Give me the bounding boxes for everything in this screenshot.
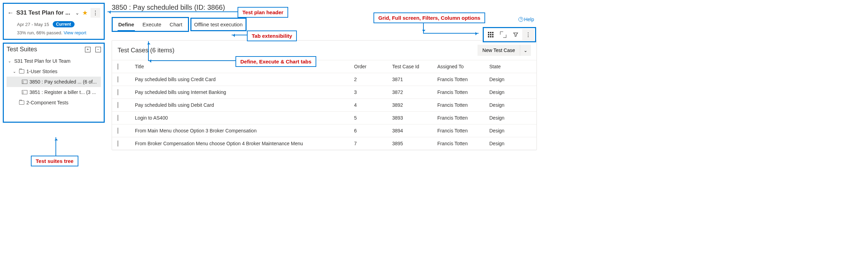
suite-title: 3850 : Pay scheduled bills (ID: 3866) — [112, 3, 537, 11]
test-cases-card: Test Cases (6 items) New Test Case ⌄ Tit… — [112, 40, 537, 150]
collapse-suite-icon[interactable]: − — [95, 47, 101, 52]
annotation-tabs: Define, Execute & Chart tabs — [235, 56, 316, 67]
view-toolbar: ⋮ — [483, 27, 536, 42]
tree-root-label: S31 Test Plan for UI Team — [14, 58, 70, 64]
annotation-tree: Test suites tree — [31, 156, 78, 166]
requirement-suite-icon — [22, 90, 27, 94]
table-row[interactable]: Pay scheduled bills using Credit Card238… — [112, 73, 536, 86]
cell-state: Design — [489, 77, 531, 82]
folder-icon — [19, 69, 24, 73]
back-arrow-icon[interactable]: ← — [7, 9, 14, 17]
cell-state: Design — [489, 102, 531, 108]
table-row[interactable]: Login to AS40053893Francis TottenDesign — [112, 111, 536, 124]
row-checkbox[interactable] — [118, 102, 118, 108]
tree-label: 2-Component Tests — [26, 100, 68, 105]
cell-assigned: Francis Totten — [437, 115, 489, 121]
cell-order: 4 — [354, 102, 392, 108]
row-checkbox[interactable] — [118, 89, 118, 95]
view-report-link[interactable]: View report — [63, 30, 86, 35]
cell-assigned: Francis Totten — [437, 77, 489, 82]
plan-date-range: Apr 27 - May 15 — [17, 22, 49, 27]
cell-tcid: 3872 — [392, 89, 437, 95]
chevron-down-icon[interactable]: ⌄ — [75, 10, 79, 16]
cell-order: 3 — [354, 89, 392, 95]
cell-title: Pay scheduled bills using Internet Banki… — [135, 89, 354, 95]
cell-tcid: 3895 — [392, 141, 437, 146]
tree-label: 3851 : Register a biller t... (3 ... — [29, 89, 96, 95]
cell-tcid: 3871 — [392, 77, 437, 82]
annotation-tab-ext: Tab extensibility — [247, 31, 297, 41]
new-test-case-dropdown[interactable]: ⌄ — [520, 45, 531, 56]
requirement-suite-icon — [22, 80, 27, 84]
row-checkbox[interactable] — [118, 76, 118, 82]
current-badge: Current — [53, 21, 75, 27]
help-icon: ? — [518, 17, 523, 22]
col-order[interactable]: Order — [354, 64, 392, 69]
filter-button[interactable] — [510, 29, 522, 40]
cell-state: Design — [489, 141, 531, 146]
cell-assigned: Francis Totten — [437, 89, 489, 95]
row-checkbox[interactable] — [118, 128, 118, 134]
tree-folder[interactable]: ⌄ 2-Component Tests — [7, 97, 101, 108]
cell-title: From Broker Compensation Menu choose Opt… — [135, 141, 354, 146]
table-row[interactable]: From Broker Compensation Menu choose Opt… — [112, 137, 536, 150]
tree-folder[interactable]: ⌄ 1-User Stories — [7, 66, 101, 77]
select-all-checkbox[interactable] — [118, 63, 118, 70]
grid-icon — [488, 32, 493, 37]
cell-state: Design — [489, 115, 531, 121]
tree-suite[interactable]: 3851 : Register a biller t... (3 ... — [7, 87, 101, 97]
plan-stats: 33% run, 66% passed. — [17, 30, 62, 35]
folder-icon — [19, 101, 24, 105]
chevron-down-icon[interactable]: ⌄ — [13, 69, 17, 74]
add-suite-icon[interactable]: + — [85, 47, 91, 52]
help-link[interactable]: ? Help — [518, 17, 534, 22]
cell-tcid: 3892 — [392, 102, 437, 108]
plan-more-button[interactable]: ⋮ — [91, 8, 100, 18]
tab-offline[interactable]: Offline test execution — [194, 20, 243, 29]
tree-root[interactable]: ⌄ S31 Test Plan for UI Team — [7, 56, 101, 66]
cell-tcid: 3894 — [392, 128, 437, 133]
cell-order: 6 — [354, 128, 392, 133]
cell-assigned: Francis Totten — [437, 141, 489, 146]
annotation-toolbar: Grid, Full screen, Filters, Column optio… — [373, 12, 485, 23]
filter-icon — [513, 33, 518, 37]
chevron-down-icon[interactable]: ⌄ — [8, 59, 12, 63]
test-plan-header: ← S31 Test Plan for ... ⌄ ★ ⋮ Apr 27 - M… — [3, 3, 105, 40]
test-cases-table: Title Order Test Case Id Assigned To Sta… — [112, 60, 536, 150]
cell-title: Pay scheduled bills using Credit Card — [135, 77, 354, 82]
cell-state: Design — [489, 89, 531, 95]
tree-suite-selected[interactable]: 3850 : Pay scheduled ... (6 of... — [7, 77, 101, 87]
tab-define[interactable]: Define — [114, 19, 138, 31]
tab-execute[interactable]: Execute — [138, 19, 165, 31]
fullscreen-button[interactable] — [497, 29, 509, 40]
cell-title: From Main Menu choose Option 3 Broker Co… — [135, 128, 354, 133]
row-checkbox[interactable] — [118, 140, 118, 147]
tree-label: 1-User Stories — [26, 69, 57, 74]
col-state[interactable]: State — [489, 64, 531, 69]
cell-assigned: Francis Totten — [437, 102, 489, 108]
table-header-row: Title Order Test Case Id Assigned To Sta… — [112, 60, 536, 73]
card-title: Test Cases (6 items) — [118, 47, 174, 54]
row-checkbox[interactable] — [118, 115, 118, 121]
tab-chart[interactable]: Chart — [165, 19, 187, 31]
suites-heading: Test Suites — [7, 46, 37, 53]
cell-tcid: 3893 — [392, 115, 437, 121]
new-test-case-button[interactable]: New Test Case — [478, 45, 520, 56]
col-tcid[interactable]: Test Case Id — [392, 64, 437, 69]
table-row[interactable]: Pay scheduled bills using Debit Card4389… — [112, 98, 536, 111]
table-row[interactable]: Pay scheduled bills using Internet Banki… — [112, 86, 536, 98]
cell-order: 7 — [354, 141, 392, 146]
cell-order: 5 — [354, 115, 392, 121]
grid-view-button[interactable] — [485, 29, 497, 40]
cell-title: Pay scheduled bills using Debit Card — [135, 102, 354, 108]
col-assigned[interactable]: Assigned To — [437, 64, 489, 69]
favorite-star-icon[interactable]: ★ — [82, 9, 88, 17]
table-row[interactable]: From Main Menu choose Option 3 Broker Co… — [112, 124, 536, 137]
cell-state: Design — [489, 128, 531, 133]
plan-title[interactable]: S31 Test Plan for ... — [16, 9, 72, 16]
cell-title: Login to AS400 — [135, 115, 354, 121]
cell-assigned: Francis Totten — [437, 128, 489, 133]
column-options-button[interactable]: ⋮ — [522, 29, 534, 40]
expand-icon — [501, 32, 506, 37]
cell-order: 2 — [354, 77, 392, 82]
